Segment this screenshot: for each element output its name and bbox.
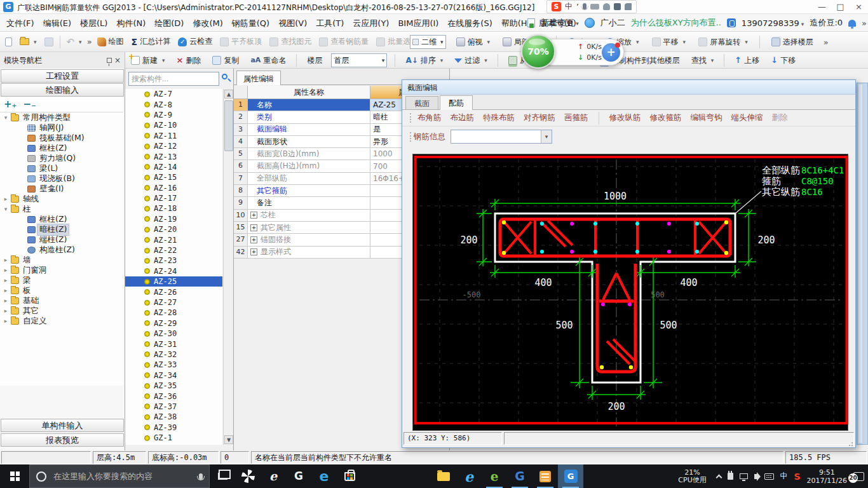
list-item[interactable]: AZ-35	[125, 381, 222, 391]
list-item[interactable]: AZ-39	[125, 423, 222, 433]
tree-item[interactable]: ▸ 门窗洞	[0, 265, 124, 275]
list-item[interactable]: AZ-13	[125, 151, 222, 161]
tree-item[interactable]: 暗柱(Z)	[0, 224, 124, 234]
list-item[interactable]: AZ-8	[125, 99, 222, 109]
hidden-icons-chevron[interactable]	[715, 474, 722, 480]
menu-item[interactable]: 视图(V)	[274, 15, 311, 32]
rebar-tool-button[interactable]: 修改箍筋	[650, 112, 682, 123]
save-button[interactable]	[42, 36, 56, 48]
cpu-usage-widget[interactable]: 21% CPU使用	[675, 469, 710, 484]
list-item[interactable]: AZ-31	[125, 339, 222, 349]
section-outline[interactable]	[495, 214, 735, 383]
tree-expand-arrow[interactable]: ▸	[3, 297, 9, 304]
account-icon[interactable]	[603, 3, 610, 10]
faq-ticker-link[interactable]: 为什么筏板XY方向布置..	[631, 17, 721, 29]
draw-mode-button[interactable]: 绘图	[95, 34, 126, 49]
new-component-button[interactable]: 新建	[128, 53, 168, 68]
taskbar-app-pinwheel[interactable]	[235, 464, 261, 488]
find-button[interactable]: 查找	[689, 53, 717, 68]
tab-rebar[interactable]: 配筋	[440, 95, 473, 110]
list-item[interactable]: AZ-24	[125, 266, 222, 276]
tree-item[interactable]: ▸ 轴线	[0, 194, 124, 204]
section-canvas[interactable]: -500 500 1000 200	[412, 154, 848, 431]
list-item[interactable]: AZ-16	[125, 183, 222, 193]
rebar-tool-button[interactable]: 画箍筋	[564, 112, 588, 123]
sogou-logo-icon[interactable]: S	[552, 2, 561, 11]
new-file-button[interactable]	[3, 36, 15, 48]
list-item[interactable]: AZ-29	[125, 318, 222, 329]
pan-button[interactable]: 平移	[649, 35, 689, 50]
tree-item[interactable]: ▸ 板	[0, 285, 124, 295]
tree-expand-arrow[interactable]: ▸	[3, 277, 9, 283]
list-item[interactable]: AZ-21	[125, 234, 222, 245]
rebar-tool-button[interactable]: 对齐钢筋	[524, 112, 555, 123]
tree-expand-arrow[interactable]: ▾	[3, 114, 9, 121]
close-panel-icon[interactable]: ×	[114, 56, 121, 65]
taskbar-search-input[interactable]	[52, 471, 193, 482]
tree-item[interactable]: ▾ 柱	[0, 204, 124, 214]
expand-plus-icon[interactable]: +	[250, 224, 257, 231]
search-icon[interactable]	[220, 73, 232, 85]
cloud-check-button[interactable]: 云检查	[175, 34, 215, 49]
ime-mode-indicator[interactable]: 中	[565, 1, 573, 12]
list-item[interactable]: AZ-12	[125, 141, 222, 151]
list-item[interactable]: AZ-23	[125, 255, 222, 266]
rebar-tool-button[interactable]: 修改纵筋	[609, 112, 641, 123]
microphone-icon[interactable]	[199, 473, 203, 480]
tree-expand-arrow[interactable]: ▸	[3, 257, 9, 263]
accelerator-icon[interactable]: +	[602, 43, 620, 62]
tree-item[interactable]: 现浇板(B)	[0, 173, 124, 184]
taskbar-app-ie-outline[interactable]: e	[261, 464, 286, 488]
collapse-all-icon[interactable]: −₋	[24, 100, 37, 109]
list-item[interactable]: AZ-11	[125, 131, 222, 141]
scrollbar-thumb[interactable]	[224, 100, 233, 151]
stirrups[interactable]	[500, 219, 730, 372]
rename-component-button[interactable]: aA重命名	[248, 53, 288, 68]
menu-item[interactable]: BIM应用(I)	[393, 15, 443, 32]
list-item[interactable]: AZ-34	[125, 370, 222, 381]
taskbar-app-green-e[interactable]: e	[482, 464, 507, 488]
soft-keyboard-icon[interactable]	[590, 4, 599, 10]
tree-item[interactable]: 端柱(Z)	[0, 234, 124, 245]
taskbar-clock[interactable]: 9:51 2017/11/26	[807, 468, 847, 485]
menu-item[interactable]: 云应用(Y)	[348, 15, 393, 32]
undo-button[interactable]: ↶	[64, 36, 85, 48]
tree-expand-arrow[interactable]: ▸	[3, 267, 9, 273]
taskbar-app-notes[interactable]	[532, 464, 558, 488]
skin-icon[interactable]	[614, 3, 621, 10]
list-item[interactable]: AZ-22	[125, 245, 222, 255]
settings-wrench-icon[interactable]	[625, 3, 632, 10]
list-item[interactable]: AZ-30	[125, 329, 222, 339]
search-component-input[interactable]	[128, 72, 219, 86]
expand-plus-icon[interactable]: +	[250, 236, 257, 243]
minimize-button[interactable]: —	[813, 0, 831, 13]
expand-plus-icon[interactable]: +	[250, 212, 257, 219]
list-scrollbar[interactable]: ▲ ▼	[223, 89, 233, 445]
notification-bell-icon[interactable]	[848, 20, 856, 27]
list-item[interactable]: AZ-9	[125, 110, 222, 120]
assistant-button[interactable]: 广小二	[600, 17, 625, 29]
view-rebar-button[interactable]: 查看钢筋量	[316, 34, 371, 49]
new-change-button[interactable]: 新建变更	[541, 17, 579, 29]
memory-percent-ball[interactable]: 70%	[521, 34, 555, 69]
list-item[interactable]: AZ-19	[125, 214, 222, 224]
list-item[interactable]: AZ-14	[125, 162, 222, 172]
list-item[interactable]: AZ-7	[125, 89, 222, 99]
move-down-button[interactable]: ↓下移	[768, 53, 798, 68]
tree-expand-arrow[interactable]: ▸	[3, 196, 9, 202]
summary-calc-button[interactable]: Σ汇总计算	[129, 34, 173, 49]
list-item[interactable]: AZ-33	[125, 360, 222, 370]
tree-item[interactable]: 筏板基础(M)	[0, 133, 124, 143]
dialog-title-bar[interactable]: 截面编辑	[402, 80, 855, 95]
sort-button[interactable]: A↓排序	[403, 53, 445, 68]
menu-overflow-chevron[interactable]: »	[862, 18, 867, 28]
draw-input-button[interactable]: 绘图输入	[1, 83, 124, 97]
tree-expand-arrow[interactable]: ▾	[3, 206, 9, 212]
rebar-info-combobox[interactable]	[451, 130, 552, 144]
menu-item[interactable]: 在线服务(S)	[443, 15, 496, 32]
top-view-button[interactable]: 俯视	[454, 35, 493, 50]
rebar-tool-button[interactable]: 布角筋	[417, 112, 442, 123]
tree-item[interactable]: 剪力墙(Q)	[0, 153, 124, 163]
rebar-tool-button[interactable]: 端头伸缩	[731, 112, 763, 123]
delete-component-button[interactable]: ×删除	[174, 53, 204, 68]
